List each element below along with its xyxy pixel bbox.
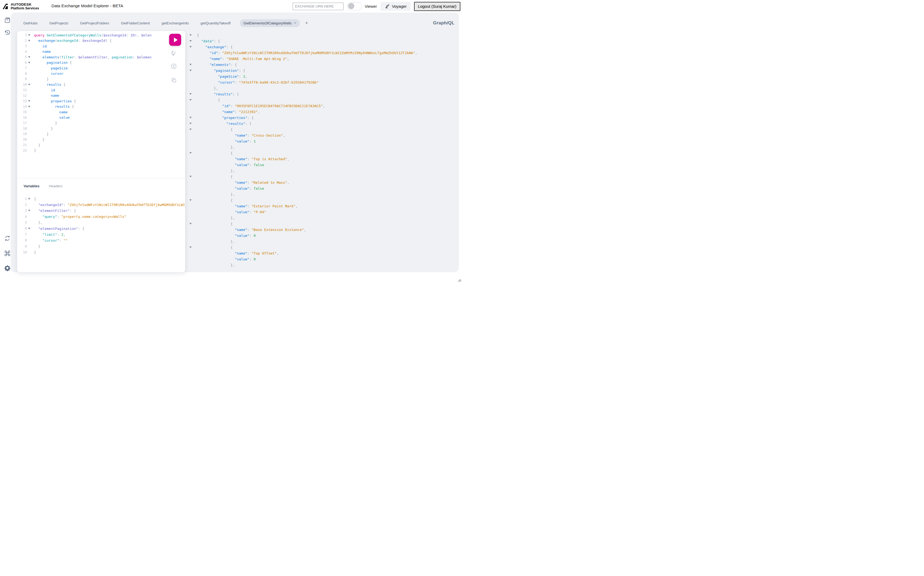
copy-query-icon[interactable] — [171, 77, 177, 83]
settings-gear-icon[interactable] — [4, 265, 11, 271]
response-line: "id": "ZXhjfnlwdWFzY1NicWlIT0R1R0s4OUkwT… — [186, 50, 458, 56]
query-line[interactable]: 6 pagination { — [19, 60, 167, 66]
merge-fragments-icon[interactable] — [171, 63, 177, 69]
resize-handle[interactable] — [458, 279, 461, 283]
fold-caret-icon — [28, 106, 30, 107]
fold-caret-cell[interactable] — [27, 100, 34, 102]
logout-button[interactable]: Logout (Suraj Kumar) — [414, 2, 460, 11]
line-number: 8 — [19, 238, 27, 242]
secondary-tabs: Variables Headers — [24, 184, 62, 188]
prettify-icon[interactable] — [171, 50, 177, 56]
history-icon[interactable] — [4, 29, 11, 36]
code-text: results { — [34, 83, 66, 86]
fold-caret-cell[interactable] — [27, 228, 34, 229]
query-line[interactable]: 2 exchange(exchangeId: $exchangeId) { — [19, 38, 167, 44]
query-line[interactable]: 14 results { — [19, 104, 167, 110]
query-line[interactable]: 11 id — [19, 87, 167, 93]
fold-caret-cell[interactable] — [186, 46, 197, 48]
tab-variables[interactable]: Variables — [24, 184, 39, 188]
query-line[interactable]: 12 name — [19, 93, 167, 99]
query-line[interactable]: 9 } — [19, 76, 167, 82]
code-text: "pagination": { — [197, 69, 245, 73]
fold-caret-cell[interactable] — [27, 84, 34, 85]
line-number: 13 — [19, 99, 27, 103]
line-number: 3 — [19, 209, 27, 213]
variables-line[interactable]: 7 "limit": 2, — [19, 232, 184, 237]
fold-caret-cell[interactable] — [186, 176, 197, 178]
tab-getfoldercontent[interactable]: GetFolderContent — [119, 21, 152, 25]
fold-caret-cell[interactable] — [186, 64, 197, 66]
query-line[interactable]: 4 name — [19, 49, 167, 54]
fold-caret-cell[interactable] — [186, 93, 197, 95]
query-line[interactable]: 17 } — [19, 120, 167, 126]
fold-caret-cell[interactable] — [27, 56, 34, 58]
refetch-schema-icon[interactable] — [4, 235, 11, 242]
line-number: 17 — [19, 121, 27, 125]
tab-getelementsofcategorywalls[interactable]: GetElementsOfCategoryWalls× — [240, 19, 300, 27]
variables-editor[interactable]: 1{2 "exchangeId": "ZXhjfnlwdWFzY1NicWlIT… — [19, 196, 184, 255]
close-tab-icon[interactable]: × — [294, 22, 296, 24]
query-line[interactable]: 18 } — [19, 126, 167, 131]
fold-caret-cell[interactable] — [27, 106, 34, 107]
keyboard-shortcuts-icon[interactable] — [4, 250, 11, 257]
fold-caret-cell[interactable] — [186, 40, 197, 42]
code-text: }, — [197, 145, 235, 149]
tab-getquantitytakeoff[interactable]: getQuantityTakeoff — [198, 21, 233, 25]
fold-caret-cell[interactable] — [186, 129, 197, 130]
response-line: }, — [186, 262, 458, 268]
tab-getexchangeinfo[interactable]: getExchangeInfo — [159, 21, 191, 25]
variables-line[interactable]: 10} — [19, 250, 184, 255]
variables-line[interactable]: 2 "exchangeId": "ZXhjfnlwdWFzY1NicWlIT0R… — [19, 202, 184, 208]
docs-icon[interactable] — [4, 17, 11, 24]
code-text: properties { — [34, 99, 76, 103]
fold-caret-cell[interactable] — [186, 223, 197, 224]
variables-line[interactable]: 9 } — [19, 243, 184, 250]
fold-caret-cell[interactable] — [186, 246, 197, 248]
viewer-toggle[interactable] — [347, 2, 362, 10]
line-number: 6 — [19, 61, 27, 64]
query-line[interactable]: 10 results { — [19, 82, 167, 88]
variables-line[interactable]: 4 "query": "property.name.category==Wall… — [19, 214, 184, 220]
variables-line[interactable]: 3 "elementFilter": { — [19, 208, 184, 213]
query-line[interactable]: 7 pageSize — [19, 66, 167, 71]
tab-gethubs[interactable]: GetHubs — [21, 21, 40, 25]
fold-caret-cell[interactable] — [186, 152, 197, 154]
fold-caret-cell[interactable] — [186, 117, 197, 118]
query-line[interactable]: 15 name — [19, 109, 167, 115]
fold-caret-cell[interactable] — [186, 70, 197, 71]
variables-line[interactable]: 8 "cursor": "" — [19, 237, 184, 243]
fold-caret-cell[interactable] — [27, 198, 34, 200]
query-line[interactable]: 21 } — [19, 142, 167, 148]
add-tab-button[interactable]: + — [305, 20, 308, 26]
fold-caret-cell[interactable] — [186, 123, 197, 124]
exchange-urn-input[interactable] — [293, 3, 344, 10]
voyager-button[interactable]: Voyager — [381, 2, 410, 11]
query-line[interactable]: 8 cursor — [19, 71, 167, 77]
query-line[interactable]: 16 value — [19, 115, 167, 120]
query-line[interactable]: 3 id — [19, 43, 167, 49]
variables-line[interactable]: 5 }, — [19, 220, 184, 226]
execute-query-button[interactable] — [169, 34, 181, 46]
query-line[interactable]: 20 } — [19, 137, 167, 142]
app-root: AUTODESK Platform Services Data Exchange… — [0, 0, 462, 288]
tab-getprojectfolders[interactable]: GetProjectFolders — [77, 21, 112, 25]
fold-caret-cell[interactable] — [27, 62, 34, 64]
fold-caret-cell[interactable] — [27, 40, 34, 42]
fold-caret-cell[interactable] — [186, 199, 197, 201]
variables-line[interactable]: 6 "elementPagination": { — [19, 226, 184, 232]
variables-line[interactable]: 1{ — [19, 196, 184, 202]
fold-caret-cell[interactable] — [186, 34, 197, 36]
query-line[interactable]: 13 properties { — [19, 98, 167, 104]
query-editor[interactable]: 1query GetElementsOfCategoryWalls($excha… — [19, 32, 167, 153]
fold-caret-cell[interactable] — [27, 210, 34, 211]
tab-getprojects[interactable]: GetProjects — [46, 21, 71, 25]
tab-headers[interactable]: Headers — [49, 184, 62, 188]
query-line[interactable]: 1query GetElementsOfCategoryWalls($excha… — [19, 32, 167, 38]
fold-caret-cell[interactable] — [27, 34, 34, 36]
code-text: results { — [34, 104, 74, 109]
fold-caret-cell[interactable] — [186, 99, 197, 101]
query-line[interactable]: 5 elements(filter: $elementFilter, pagin… — [19, 54, 167, 60]
query-line[interactable]: 19 } — [19, 131, 167, 137]
query-line[interactable]: 22} — [19, 148, 167, 154]
response-line: "name": "SHARE -Multi-Fam Apt-Wing 2", — [186, 56, 458, 62]
